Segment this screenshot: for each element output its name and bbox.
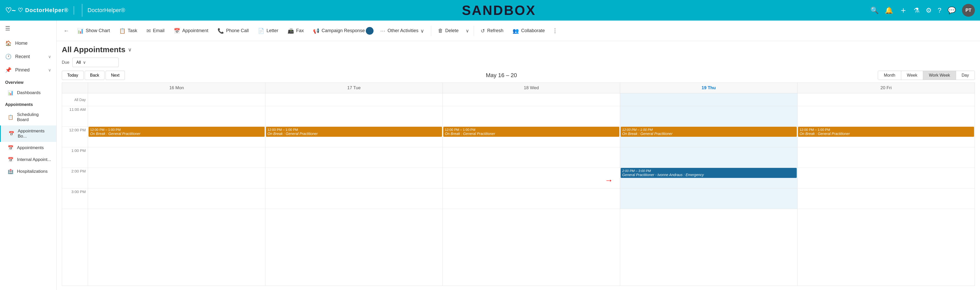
collaborate-button[interactable]: 👥 Collaborate (508, 25, 549, 36)
filter-select[interactable]: All ∨ (72, 58, 119, 67)
cell-mon-3pm[interactable] (88, 189, 265, 209)
sidebar-item-appointments-board[interactable]: 📅 Appointments Bo... (0, 125, 56, 142)
cell-tue-11am[interactable] (266, 106, 442, 127)
sidebar-item-home[interactable]: 🏠 Home (0, 36, 56, 50)
cell-fri-1pm[interactable] (797, 147, 975, 168)
allday-cell-fri (797, 93, 975, 106)
page-title-chevron-icon[interactable]: ∨ (128, 46, 132, 53)
cell-tue-2pm[interactable] (266, 168, 442, 189)
day-column-thu: 12:00 PM – 1:00 PM On Break : General Pr… (620, 93, 797, 286)
sidebar-item-recent[interactable]: 🕐 Recent ∨ (0, 50, 56, 63)
cell-wed-12pm[interactable]: 12:00 PM – 1:00 PM On Break : General Pr… (443, 127, 620, 147)
cell-tue-12pm[interactable]: 12:00 PM – 1:00 PM On Break : General Pr… (266, 127, 442, 147)
bell-icon[interactable]: 🔔 (885, 6, 893, 14)
task-button[interactable]: 📋 Task (115, 25, 141, 36)
help-icon[interactable]: ? (938, 6, 942, 14)
cell-mon-2pm[interactable] (88, 168, 265, 189)
time-slot-3pm: 3:00 PM (62, 189, 88, 209)
toolbar-divider-2 (474, 26, 474, 36)
email-button[interactable]: ✉ Email (142, 25, 169, 36)
phone-call-button[interactable]: 📞 Phone Call (213, 25, 253, 36)
page-title-row: All Appointments ∨ (62, 45, 975, 54)
week-view-button[interactable]: Week (901, 71, 923, 80)
filter-chevron-icon: ∨ (83, 60, 86, 65)
cell-wed-1pm[interactable] (443, 147, 620, 168)
back-nav-button[interactable]: Back (85, 71, 105, 80)
event-fri-break[interactable]: 12:00 PM – 1:00 PM On Break : General Pr… (798, 127, 974, 137)
cell-wed-3pm[interactable] (443, 189, 620, 209)
time-slot-11am: 11:00 AM (62, 106, 88, 127)
refresh-button[interactable]: ↺ Refresh (476, 25, 508, 36)
cell-fri-2pm[interactable] (797, 168, 975, 189)
cell-mon-12pm[interactable]: 12:00 PM – 1:00 PM On Break : General Pr… (88, 127, 265, 147)
cell-wed-11am[interactable] (443, 106, 620, 127)
cell-tue-1pm[interactable] (266, 147, 442, 168)
filter-icon[interactable]: ⚗ (913, 6, 920, 14)
month-view-button[interactable]: Month (878, 71, 901, 80)
logo-icon: ♡~ (5, 6, 16, 15)
search-icon[interactable]: 🔍 (870, 6, 878, 14)
appointment-button[interactable]: 📅 Appointment (170, 25, 212, 36)
show-chart-button[interactable]: 📊 Show Chart (73, 25, 114, 36)
chat-icon[interactable]: 💬 (948, 6, 956, 14)
sidebar-home-label: Home (15, 41, 27, 46)
letter-button[interactable]: 📄 Letter (254, 25, 282, 36)
plus-icon[interactable]: ＋ (899, 5, 907, 16)
allday-cell-wed (443, 93, 620, 106)
hospitalizations-label: Hospitalizations (17, 169, 48, 174)
refresh-icon: ↺ (480, 28, 485, 34)
home-icon: 🏠 (5, 40, 11, 46)
cell-fri-3pm[interactable] (797, 189, 975, 209)
cell-tue-3pm[interactable] (266, 189, 442, 209)
cell-mon-11am[interactable] (88, 106, 265, 127)
logo: ♡~ ♡ DoctorHelper® (5, 6, 74, 15)
scheduling-board-icon: 📋 (8, 114, 13, 120)
sidebar-item-internal-appointments[interactable]: 📅 Internal Appoint... (0, 154, 56, 166)
sidebar-item-appointments[interactable]: 📅 Appointments (0, 142, 56, 154)
sidebar-pinned-label: Pinned (15, 67, 30, 73)
cell-thu-11am[interactable] (620, 106, 797, 127)
more-options-button[interactable]: ⋮ (550, 25, 560, 37)
sidebar-item-scheduling-board[interactable]: 📋 Scheduling Board (0, 109, 56, 125)
sidebar-item-dashboards[interactable]: 📊 Dashboards (0, 87, 56, 99)
work-week-view-button[interactable]: Work Week (923, 71, 956, 80)
event-thu-break[interactable]: 12:00 PM – 1:00 PM On Break : General Pr… (620, 127, 797, 137)
user-avatar[interactable]: PT (962, 4, 975, 17)
allday-time-label: All Day (62, 93, 88, 106)
calendar-controls: Today Back Next May 16 – 20 Month Week W… (62, 71, 975, 80)
menu-button[interactable]: ☰ (0, 21, 56, 36)
task-icon: 📋 (119, 28, 126, 34)
cell-thu-2pm[interactable]: 2:00 PM – 3:00 PM General Practitioner -… (620, 168, 797, 189)
fax-button[interactable]: 📠 Fax (283, 25, 308, 36)
sidebar-item-hospitalizations[interactable]: 🏥 Hospitalizations (0, 166, 56, 177)
allday-cell-mon (88, 93, 265, 106)
cell-fri-12pm[interactable]: 12:00 PM – 1:00 PM On Break : General Pr… (797, 127, 975, 147)
event-wed-break[interactable]: 12:00 PM – 1:00 PM On Break : General Pr… (443, 127, 619, 137)
letter-icon: 📄 (258, 28, 264, 34)
phone-call-icon: 📞 (218, 28, 224, 34)
cell-thu-3pm[interactable] (620, 189, 797, 209)
event-thu-emergency[interactable]: 2:00 PM – 3:00 PM General Practitioner -… (620, 168, 797, 178)
cell-mon-1pm[interactable] (88, 147, 265, 168)
delete-chevron-button[interactable]: ∨ (464, 25, 471, 36)
other-activities-button[interactable]: ⋯ Other Activities ∨ (376, 25, 428, 36)
sidebar-item-pinned[interactable]: 📌 Pinned ∨ (0, 63, 56, 77)
allday-cell-tue (266, 93, 442, 106)
next-button[interactable]: Next (105, 71, 125, 80)
appointments-label: Appointments (17, 145, 44, 151)
cell-thu-12pm[interactable]: 12:00 PM – 1:00 PM On Break : General Pr… (620, 127, 797, 147)
appointments-board-label: Appointments Bo... (18, 128, 51, 139)
event-tue-break[interactable]: 12:00 PM – 1:00 PM On Break : General Pr… (266, 127, 442, 137)
delete-button[interactable]: 🗑 Delete (434, 25, 463, 36)
today-button[interactable]: Today (62, 71, 84, 80)
campaign-response-button[interactable]: 📢 Campaign Response (309, 25, 369, 36)
day-view-button[interactable]: Day (956, 71, 975, 80)
calendar-nav-buttons: Today Back Next (62, 71, 125, 80)
settings-icon[interactable]: ⚙ (926, 6, 932, 14)
event-mon-break[interactable]: 12:00 PM – 1:00 PM On Break : General Pr… (89, 127, 265, 137)
cell-thu-1pm[interactable] (620, 147, 797, 168)
cell-wed-2pm[interactable] (443, 168, 620, 189)
day-column-wed: 12:00 PM – 1:00 PM On Break : General Pr… (442, 93, 620, 286)
back-button[interactable]: ← Go back (61, 25, 72, 36)
cell-fri-11am[interactable] (797, 106, 975, 127)
